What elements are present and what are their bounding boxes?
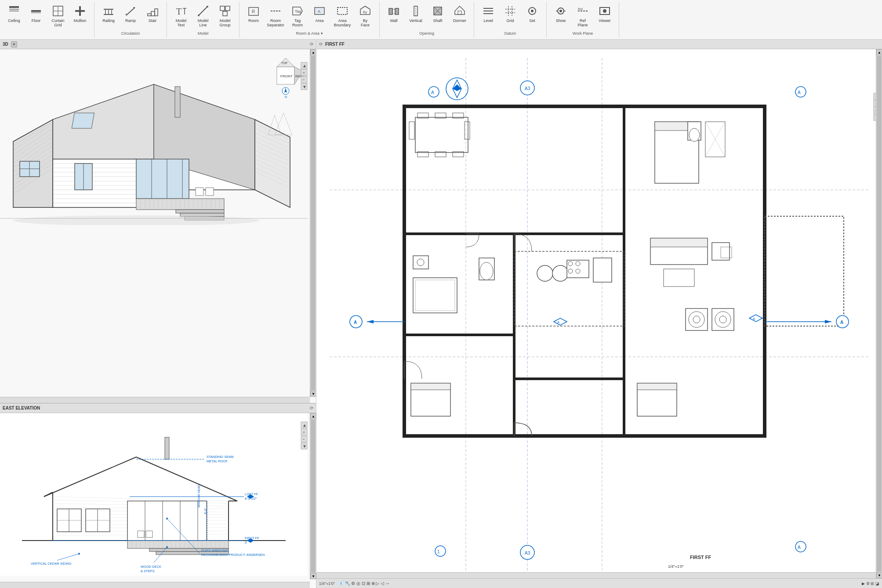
- scroll-up[interactable]: ▲: [310, 49, 316, 55]
- ceiling-icon: [7, 4, 21, 18]
- elevation-view-vscroll[interactable]: ▲ ▼: [310, 413, 316, 579]
- svg-rect-125: [176, 210, 224, 213]
- svg-text:8'-0": 8'-0": [204, 508, 207, 514]
- svg-text:R: R: [252, 9, 255, 14]
- room-separator-label: RoomSeparator: [267, 19, 284, 28]
- level-tool[interactable]: Level: [478, 3, 499, 25]
- svg-text:TOP: TOP: [281, 62, 288, 65]
- room-separator-tool[interactable]: RoomSeparator: [265, 3, 286, 29]
- svg-rect-301: [413, 256, 428, 269]
- svg-rect-37: [338, 7, 347, 15]
- room-icon: R: [247, 4, 261, 18]
- curtain-grid-tool[interactable]: CurtainGrid: [47, 3, 69, 29]
- 3d-view: 3D ✕ ⟳: [0, 40, 316, 403]
- vertical-label: Vertical: [409, 19, 422, 23]
- datum-label: Datum: [505, 31, 516, 36]
- grid-label: Grid: [506, 19, 514, 23]
- railing-tool[interactable]: Railing: [98, 3, 119, 25]
- svg-rect-130: [72, 113, 94, 128]
- show-icon: [554, 4, 568, 18]
- set-tool[interactable]: Set: [522, 3, 543, 25]
- 3d-view-vscroll[interactable]: ▲ ▼: [310, 49, 316, 397]
- svg-point-272: [552, 265, 568, 281]
- area-icon: A: [312, 4, 327, 18]
- ceiling-tool[interactable]: Ceiling: [4, 3, 25, 25]
- area-tool[interactable]: A Area: [309, 3, 330, 25]
- floor-plan-vscroll[interactable]: ▲ ▼: [876, 49, 882, 578]
- curtain-grid-icon: [51, 4, 65, 18]
- floor-tool[interactable]: Floor: [25, 3, 47, 25]
- area-boundary-icon: [335, 4, 349, 18]
- mullion-label: Mullion: [74, 19, 87, 23]
- room-tool[interactable]: R Room: [243, 3, 264, 25]
- svg-text:Ref: Ref: [578, 7, 583, 11]
- model-text-icon: T: [174, 4, 188, 18]
- elevation-view-title: EAST ELEVATION: [3, 406, 40, 410]
- fp-scroll-up[interactable]: ▲: [876, 49, 882, 55]
- wall-opening-tool[interactable]: Wall: [383, 3, 404, 25]
- elevation-view-content[interactable]: STANDING SEAM METAL ROOF LOFT FF 8'-8 1/…: [0, 413, 316, 588]
- shaft-tool[interactable]: Shaft: [427, 3, 448, 25]
- svg-rect-223: [146, 531, 152, 537]
- svg-rect-339: [795, 541, 806, 552]
- circulation-group: Railing Ramp Stair Circulation: [94, 2, 167, 37]
- vertical-tool[interactable]: Vertical: [405, 3, 426, 25]
- by-face-icon: By: [358, 4, 372, 18]
- svg-text:▼: ▼: [302, 84, 307, 89]
- fp-scroll-down[interactable]: ▼: [876, 572, 882, 578]
- ref-plane-tool[interactable]: Ref RefPlane: [572, 3, 593, 29]
- svg-text:A: A: [557, 320, 560, 324]
- model-line-tool[interactable]: ModelLine: [192, 3, 214, 29]
- svg-text:0': 0': [245, 541, 247, 544]
- scroll-down[interactable]: ▼: [310, 391, 316, 397]
- toolbar: Ceiling Floor CurtainGrid Mullion: [0, 0, 882, 40]
- model-text-label: ModelText: [176, 19, 187, 28]
- svg-text:A3: A3: [525, 551, 530, 555]
- viewer-tool[interactable]: Viewer: [594, 3, 615, 25]
- ramp-tool[interactable]: Ramp: [120, 3, 141, 25]
- svg-rect-278: [593, 258, 612, 282]
- by-face-tool[interactable]: By ByFace: [355, 3, 376, 29]
- show-tool[interactable]: Show: [550, 3, 571, 25]
- model-text-tool[interactable]: T ModelText: [171, 3, 192, 29]
- mullion-tool[interactable]: Mullion: [69, 3, 91, 25]
- dormer-tool[interactable]: Dormer: [449, 3, 470, 25]
- svg-text:−: −: [302, 77, 305, 82]
- svg-text:▲: ▲: [302, 423, 307, 428]
- ceiling-label: Ceiling: [8, 19, 20, 23]
- set-icon: [525, 4, 539, 18]
- svg-text:A: A: [798, 90, 801, 95]
- floor-plan-hscroll[interactable]: [316, 572, 876, 578]
- svg-text:−: −: [302, 437, 305, 442]
- 3d-view-hscroll[interactable]: [0, 397, 310, 403]
- elevation-view: EAST ELEVATION ⟳: [0, 403, 316, 588]
- tag-room-tool[interactable]: Tag TagRoom: [287, 3, 308, 29]
- dormer-icon: [453, 4, 467, 18]
- stair-tool[interactable]: Stair: [142, 3, 163, 25]
- svg-rect-18: [148, 14, 151, 16]
- svg-rect-196: [165, 437, 169, 459]
- svg-text:A: A: [840, 320, 843, 325]
- svg-text:A3: A3: [525, 86, 530, 91]
- svg-point-66: [603, 9, 606, 13]
- floor-plan-drawing: A A N 1 A: [316, 49, 882, 585]
- area-boundary-tool[interactable]: AreaBoundary: [331, 3, 354, 29]
- level-icon: [481, 4, 495, 18]
- model-group-icon: [218, 4, 232, 18]
- svg-text:▼: ▼: [302, 444, 307, 449]
- svg-point-300: [480, 262, 493, 280]
- elevation-view-hscroll[interactable]: [0, 582, 310, 588]
- 3d-view-content[interactable]: FRONT RIGHT TOP N ▲ +: [0, 49, 316, 403]
- model-group-tool[interactable]: ModelGroup: [214, 3, 236, 29]
- set-label: Set: [529, 19, 535, 23]
- 3d-view-close[interactable]: ✕: [11, 41, 17, 47]
- shaft-label: Shaft: [433, 19, 442, 23]
- grid-tool[interactable]: Grid: [500, 3, 521, 25]
- tag-room-label: TagRoom: [292, 19, 303, 28]
- svg-text:T: T: [176, 7, 181, 16]
- 3d-view-controls: ⟳: [310, 42, 313, 47]
- elev-scroll-down[interactable]: ▼: [310, 573, 316, 579]
- stair-label: Stair: [149, 19, 157, 23]
- elev-scroll-up[interactable]: ▲: [310, 413, 316, 419]
- svg-text:N: N: [285, 95, 287, 98]
